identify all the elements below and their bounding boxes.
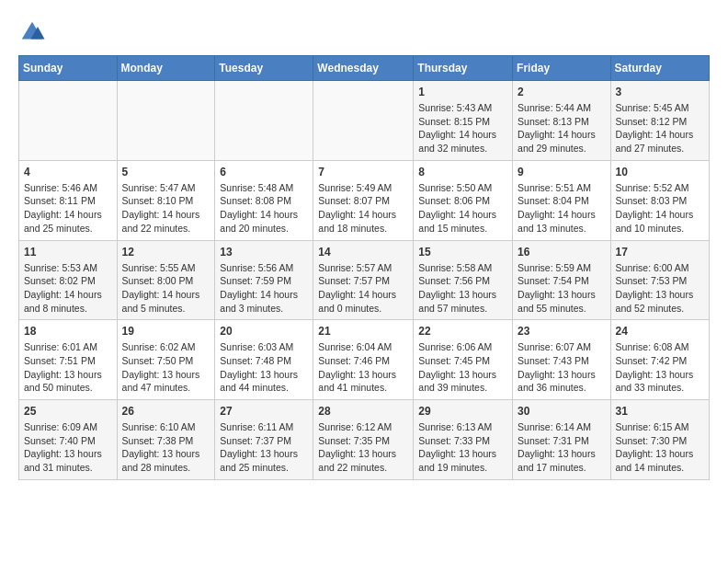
- calendar-cell: 4Sunrise: 5:46 AMSunset: 8:11 PMDaylight…: [19, 160, 118, 240]
- day-info: Sunrise: 5:56 AMSunset: 7:59 PMDaylight:…: [220, 261, 308, 316]
- day-number: 20: [220, 325, 308, 338]
- day-info: Sunrise: 6:12 AMSunset: 7:35 PMDaylight:…: [318, 420, 408, 475]
- day-number: 26: [122, 405, 210, 418]
- calendar-cell: 9Sunrise: 5:51 AMSunset: 8:04 PMDaylight…: [513, 160, 611, 240]
- day-number: 28: [318, 405, 408, 418]
- day-info: Sunrise: 5:57 AMSunset: 7:57 PMDaylight:…: [318, 261, 408, 316]
- calendar-cell: 18Sunrise: 6:01 AMSunset: 7:51 PMDayligh…: [19, 320, 118, 400]
- day-info: Sunrise: 6:07 AMSunset: 7:43 PMDaylight:…: [518, 340, 606, 395]
- calendar-cell: 3Sunrise: 5:45 AMSunset: 8:12 PMDaylight…: [610, 81, 709, 161]
- weekday-header: Saturday: [610, 56, 709, 81]
- day-number: 29: [418, 405, 507, 418]
- calendar-cell: 25Sunrise: 6:09 AMSunset: 7:40 PMDayligh…: [19, 400, 118, 480]
- day-number: 14: [318, 246, 408, 259]
- calendar-cell: 8Sunrise: 5:50 AMSunset: 8:06 PMDaylight…: [414, 160, 513, 240]
- day-info: Sunrise: 6:00 AMSunset: 7:53 PMDaylight:…: [616, 261, 704, 316]
- day-number: 4: [24, 166, 112, 178]
- day-number: 11: [24, 246, 112, 259]
- day-info: Sunrise: 6:13 AMSunset: 7:33 PMDaylight:…: [418, 420, 507, 475]
- day-number: 19: [122, 325, 210, 338]
- page-header: [18, 18, 710, 46]
- weekday-header: Monday: [117, 56, 215, 81]
- day-number: 1: [418, 86, 507, 98]
- calendar-week-row: 4Sunrise: 5:46 AMSunset: 8:11 PMDaylight…: [19, 160, 710, 240]
- day-number: 27: [220, 405, 308, 418]
- calendar-cell: 30Sunrise: 6:14 AMSunset: 7:31 PMDayligh…: [513, 400, 611, 480]
- calendar-cell: 22Sunrise: 6:06 AMSunset: 7:45 PMDayligh…: [414, 320, 513, 400]
- calendar-body: 1Sunrise: 5:43 AMSunset: 8:15 PMDaylight…: [19, 81, 710, 480]
- day-info: Sunrise: 6:15 AMSunset: 7:30 PMDaylight:…: [616, 420, 704, 475]
- day-number: 22: [418, 325, 507, 338]
- day-info: Sunrise: 6:01 AMSunset: 7:51 PMDaylight:…: [24, 340, 112, 395]
- calendar-cell: [117, 81, 215, 161]
- calendar-cell: 15Sunrise: 5:58 AMSunset: 7:56 PMDayligh…: [414, 240, 513, 320]
- calendar-cell: [313, 81, 414, 161]
- calendar-week-row: 1Sunrise: 5:43 AMSunset: 8:15 PMDaylight…: [19, 81, 710, 161]
- calendar-cell: [19, 81, 118, 161]
- logo-icon: [18, 18, 46, 46]
- day-info: Sunrise: 5:53 AMSunset: 8:02 PMDaylight:…: [24, 261, 112, 316]
- calendar-cell: 16Sunrise: 5:59 AMSunset: 7:54 PMDayligh…: [513, 240, 611, 320]
- day-number: 12: [122, 246, 210, 259]
- day-info: Sunrise: 5:47 AMSunset: 8:10 PMDaylight:…: [122, 181, 210, 236]
- weekday-header: Tuesday: [215, 56, 313, 81]
- day-number: 17: [616, 246, 704, 259]
- day-number: 10: [616, 166, 704, 178]
- day-info: Sunrise: 5:52 AMSunset: 8:03 PMDaylight:…: [616, 181, 704, 236]
- day-number: 6: [220, 166, 308, 178]
- day-number: 30: [518, 405, 606, 418]
- day-info: Sunrise: 6:03 AMSunset: 7:48 PMDaylight:…: [220, 340, 308, 395]
- day-info: Sunrise: 6:11 AMSunset: 7:37 PMDaylight:…: [220, 420, 308, 475]
- day-info: Sunrise: 6:14 AMSunset: 7:31 PMDaylight:…: [518, 420, 606, 475]
- calendar-cell: 10Sunrise: 5:52 AMSunset: 8:03 PMDayligh…: [610, 160, 709, 240]
- day-number: 7: [318, 166, 408, 178]
- day-number: 18: [24, 325, 112, 338]
- calendar-cell: 26Sunrise: 6:10 AMSunset: 7:38 PMDayligh…: [117, 400, 215, 480]
- day-number: 9: [518, 166, 606, 178]
- calendar-cell: 6Sunrise: 5:48 AMSunset: 8:08 PMDaylight…: [215, 160, 313, 240]
- calendar-cell: 11Sunrise: 5:53 AMSunset: 8:02 PMDayligh…: [19, 240, 118, 320]
- day-info: Sunrise: 6:09 AMSunset: 7:40 PMDaylight:…: [24, 420, 112, 475]
- day-info: Sunrise: 6:02 AMSunset: 7:50 PMDaylight:…: [122, 340, 210, 395]
- day-number: 13: [220, 246, 308, 259]
- calendar-cell: 2Sunrise: 5:44 AMSunset: 8:13 PMDaylight…: [513, 81, 611, 161]
- calendar-cell: 21Sunrise: 6:04 AMSunset: 7:46 PMDayligh…: [313, 320, 414, 400]
- weekday-header: Wednesday: [313, 56, 414, 81]
- day-number: 21: [318, 325, 408, 338]
- calendar-cell: 13Sunrise: 5:56 AMSunset: 7:59 PMDayligh…: [215, 240, 313, 320]
- weekday-header: Sunday: [19, 56, 118, 81]
- calendar-cell: 29Sunrise: 6:13 AMSunset: 7:33 PMDayligh…: [414, 400, 513, 480]
- day-info: Sunrise: 5:45 AMSunset: 8:12 PMDaylight:…: [616, 101, 704, 155]
- day-number: 2: [518, 86, 606, 98]
- logo: [18, 18, 50, 46]
- day-info: Sunrise: 5:51 AMSunset: 8:04 PMDaylight:…: [518, 181, 606, 236]
- calendar-cell: [215, 81, 313, 161]
- day-info: Sunrise: 5:48 AMSunset: 8:08 PMDaylight:…: [220, 181, 308, 236]
- weekday-header: Thursday: [414, 56, 513, 81]
- calendar-cell: 5Sunrise: 5:47 AMSunset: 8:10 PMDaylight…: [117, 160, 215, 240]
- day-info: Sunrise: 5:50 AMSunset: 8:06 PMDaylight:…: [418, 181, 507, 236]
- day-info: Sunrise: 5:58 AMSunset: 7:56 PMDaylight:…: [418, 261, 507, 316]
- day-number: 25: [24, 405, 112, 418]
- calendar-week-row: 25Sunrise: 6:09 AMSunset: 7:40 PMDayligh…: [19, 400, 710, 480]
- weekday-row: SundayMondayTuesdayWednesdayThursdayFrid…: [19, 56, 710, 81]
- calendar-cell: 23Sunrise: 6:07 AMSunset: 7:43 PMDayligh…: [513, 320, 611, 400]
- calendar-cell: 19Sunrise: 6:02 AMSunset: 7:50 PMDayligh…: [117, 320, 215, 400]
- calendar-cell: 20Sunrise: 6:03 AMSunset: 7:48 PMDayligh…: [215, 320, 313, 400]
- day-number: 16: [518, 246, 606, 259]
- day-number: 3: [616, 86, 704, 98]
- calendar-cell: 12Sunrise: 5:55 AMSunset: 8:00 PMDayligh…: [117, 240, 215, 320]
- day-info: Sunrise: 5:44 AMSunset: 8:13 PMDaylight:…: [518, 101, 606, 155]
- day-info: Sunrise: 5:55 AMSunset: 8:00 PMDaylight:…: [122, 261, 210, 316]
- calendar-week-row: 11Sunrise: 5:53 AMSunset: 8:02 PMDayligh…: [19, 240, 710, 320]
- day-number: 15: [418, 246, 507, 259]
- day-number: 8: [418, 166, 507, 178]
- calendar-week-row: 18Sunrise: 6:01 AMSunset: 7:51 PMDayligh…: [19, 320, 710, 400]
- calendar-cell: 27Sunrise: 6:11 AMSunset: 7:37 PMDayligh…: [215, 400, 313, 480]
- day-info: Sunrise: 5:59 AMSunset: 7:54 PMDaylight:…: [518, 261, 606, 316]
- calendar-cell: 24Sunrise: 6:08 AMSunset: 7:42 PMDayligh…: [610, 320, 709, 400]
- calendar-cell: 7Sunrise: 5:49 AMSunset: 8:07 PMDaylight…: [313, 160, 414, 240]
- day-info: Sunrise: 6:06 AMSunset: 7:45 PMDaylight:…: [418, 340, 507, 395]
- day-number: 24: [616, 325, 704, 338]
- calendar-header: SundayMondayTuesdayWednesdayThursdayFrid…: [19, 56, 710, 81]
